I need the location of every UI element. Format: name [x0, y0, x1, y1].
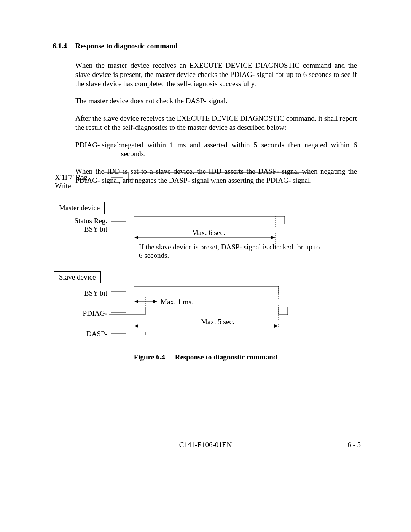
section-heading: 6.1.4 Response to diagnostic command [53, 42, 357, 50]
label-note-1: If the slave device is preset, DASP- sig… [139, 243, 320, 251]
label-status-reg-2: BSY bit [50, 225, 107, 233]
label-note-2: 6 seconds. [139, 251, 169, 260]
section-title: Response to diagnostic command [75, 42, 178, 50]
paragraph-2: The master device does not check the DAS… [75, 96, 357, 105]
label-reg-write-1: X'1F7' Reg. [55, 173, 89, 182]
body-text: When the master device receives an EXECU… [75, 61, 357, 185]
label-slave-device: Slave device [54, 271, 101, 283]
paragraph-3: After the slave device receives the EXEC… [75, 114, 357, 132]
label-max5: Max. 5 sec. [201, 318, 234, 326]
paragraph-1: When the master device receives an EXECU… [75, 61, 357, 88]
pdiag-text: negated within 1 ms and asserted within … [121, 141, 357, 159]
label-pdiag: PDIAG- [50, 309, 107, 318]
footer-page-number: 6 - 5 [347, 441, 361, 449]
pdiag-definition: PDIAG- signal: negated within 1 ms and a… [75, 141, 357, 159]
label-reg-write-2: Write [55, 182, 71, 190]
label-master-device: Master device [54, 202, 105, 214]
label-max1: Max. 1 ms. [161, 298, 193, 306]
section-number: 6.1.4 [53, 42, 67, 50]
figure-caption: Figure 6.4Response to diagnostic command [0, 353, 411, 361]
page-footer: C141-E106-01EN 6 - 5 [0, 441, 411, 452]
timing-diagram: X'1F7' Reg. Write Master device Status R… [50, 168, 355, 359]
figure-title: Response to diagnostic command [175, 353, 277, 361]
figure-number: Figure 6.4 [134, 353, 165, 361]
label-bsy-bit: BSY bit [50, 289, 107, 297]
pdiag-label: PDIAG- signal: [75, 141, 121, 159]
label-status-reg-1: Status Reg. [50, 217, 107, 225]
label-max6: Max. 6 sec. [192, 228, 225, 237]
label-dasp: DASP- [50, 330, 107, 338]
